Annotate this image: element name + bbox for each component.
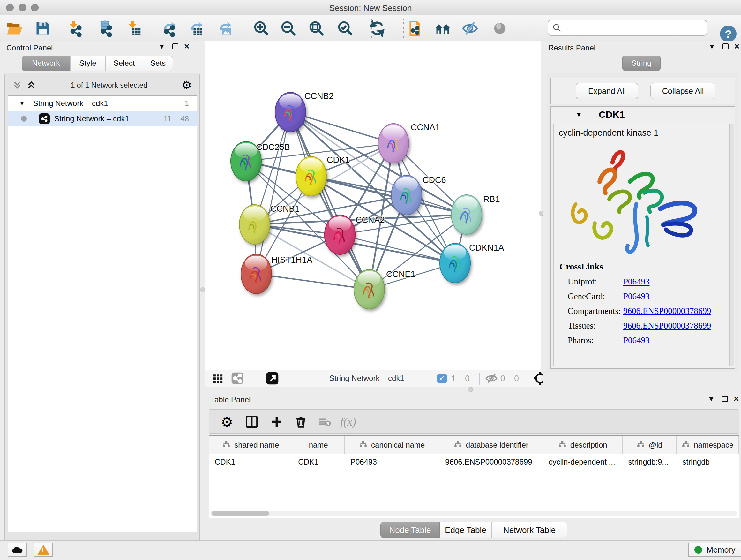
collapse-all-icon[interactable] bbox=[12, 80, 23, 91]
warning-button[interactable] bbox=[34, 543, 53, 557]
node-CCNA2[interactable] bbox=[324, 214, 355, 255]
network-row[interactable]: String Network – cdk1 11 48 bbox=[8, 111, 197, 126]
collapse-all-button[interactable]: Collapse All bbox=[650, 83, 716, 99]
node-HIST1H1A[interactable] bbox=[241, 254, 272, 294]
column-header--id[interactable]: @id bbox=[623, 436, 677, 454]
node-CCNE1[interactable] bbox=[354, 269, 385, 309]
export-table-icon[interactable] bbox=[187, 19, 205, 38]
node-RB1[interactable] bbox=[451, 194, 482, 235]
node-CDK1[interactable] bbox=[295, 156, 327, 196]
table-cell[interactable]: 9606.ENSP00000378699 bbox=[440, 454, 543, 470]
node-CDKN1A[interactable] bbox=[440, 243, 471, 283]
table-cell[interactable]: P06493 bbox=[345, 454, 440, 470]
refresh-icon[interactable] bbox=[368, 19, 387, 38]
network-options-gear-icon[interactable]: ⚙ bbox=[182, 78, 192, 92]
crosslink-link[interactable]: 9606.ENSP00000378699 bbox=[623, 321, 711, 331]
cdk1-collapse-icon[interactable]: ▼ bbox=[576, 111, 582, 118]
table-row[interactable]: CDK1CDK1P064939606.ENSP00000378699cyclin… bbox=[209, 454, 739, 470]
column-header-canonical-name[interactable]: canonical name bbox=[345, 436, 440, 454]
tab-style[interactable]: Style bbox=[70, 56, 105, 71]
node-CCNA1[interactable] bbox=[378, 123, 409, 164]
left-splitter-handle[interactable] bbox=[200, 287, 205, 293]
tab-sets[interactable]: Sets bbox=[143, 56, 173, 71]
crosslink-link[interactable]: P06493 bbox=[623, 277, 650, 287]
clipboard-network-icon[interactable] bbox=[406, 19, 424, 38]
zoom-out-icon[interactable] bbox=[279, 19, 298, 38]
column-header-namespace[interactable]: namespace bbox=[677, 436, 739, 454]
control-panel-float-icon[interactable] bbox=[172, 43, 179, 52]
results-panel-close-icon[interactable]: ✕ bbox=[734, 42, 740, 51]
delete-column-icon[interactable] bbox=[291, 412, 311, 431]
protein-thumbnail bbox=[398, 186, 415, 206]
table-hscrollbar-thumb[interactable] bbox=[212, 511, 269, 516]
sphere-icon[interactable] bbox=[490, 19, 509, 38]
column-header-description[interactable]: description bbox=[543, 436, 622, 454]
results-panel-menu-icon[interactable]: ▼ bbox=[709, 42, 716, 51]
crosslink-link[interactable]: 9606.ENSP00000378699 bbox=[623, 306, 711, 316]
search-input[interactable] bbox=[562, 23, 699, 32]
column-header-name[interactable]: name bbox=[292, 436, 345, 454]
memory-button[interactable]: Memory bbox=[688, 543, 741, 557]
selected-count: 1 – 0 bbox=[451, 374, 470, 383]
node-label-CDC6: CDC6 bbox=[422, 175, 446, 185]
node-CCNB1[interactable] bbox=[239, 204, 270, 245]
cloud-button[interactable] bbox=[8, 543, 27, 557]
crosslink-link[interactable]: P06493 bbox=[623, 292, 650, 301]
save-session-icon[interactable] bbox=[33, 19, 52, 38]
bottom-splitter-handle[interactable] bbox=[468, 387, 473, 392]
tab-edge-table[interactable]: Edge Table bbox=[440, 522, 491, 538]
control-panel-menu-icon[interactable]: ▼ bbox=[158, 42, 165, 51]
selected-checkbox[interactable]: ✓ bbox=[437, 374, 447, 383]
node-CCNB2[interactable] bbox=[275, 92, 306, 132]
column-header-shared-name[interactable]: shared name bbox=[209, 436, 292, 454]
control-panel-close-icon[interactable]: ✕ bbox=[184, 42, 190, 51]
tab-network[interactable]: Network bbox=[22, 56, 70, 71]
hide-eye-icon[interactable] bbox=[461, 19, 479, 38]
tab-select[interactable]: Select bbox=[105, 56, 143, 71]
show-columns-icon[interactable] bbox=[242, 412, 261, 431]
tab-node-table[interactable]: Node Table bbox=[381, 522, 440, 538]
crosslink-link[interactable]: P06493 bbox=[623, 335, 650, 346]
cdk1-section-title[interactable]: CDK1 bbox=[599, 109, 625, 120]
table-cell[interactable]: CDK1 bbox=[209, 454, 292, 470]
import-network-database-icon[interactable] bbox=[96, 19, 115, 38]
open-session-icon[interactable] bbox=[5, 19, 23, 38]
zoom-fit-icon[interactable] bbox=[307, 19, 326, 38]
zoom-in-icon[interactable] bbox=[252, 19, 271, 38]
collection-expand-icon[interactable]: ▼ bbox=[19, 100, 25, 107]
column-header-database-identifier[interactable]: database identifier bbox=[440, 436, 543, 454]
edge-HIST1H1A-CCNE1[interactable] bbox=[256, 274, 369, 289]
export-network-icon[interactable] bbox=[159, 19, 178, 38]
birdseye-share-icon[interactable] bbox=[231, 372, 244, 385]
table-panel-float-icon[interactable] bbox=[722, 395, 728, 404]
open-in-window-icon[interactable] bbox=[266, 372, 279, 385]
network-collection-row[interactable]: ▼ String Network – cdk1 1 bbox=[8, 96, 197, 111]
table-cell[interactable]: cyclin-dependent ... bbox=[543, 454, 622, 470]
network-canvas[interactable]: CCNB2CCNA1CDC25BCDK1CDC6RB1CCNB1CCNA2CDK… bbox=[205, 41, 541, 370]
tab-network-table[interactable]: Network Table bbox=[491, 522, 567, 538]
export-image-icon[interactable] bbox=[215, 19, 234, 38]
import-table-file-icon[interactable] bbox=[125, 19, 144, 38]
grid-view-icon[interactable] bbox=[212, 373, 223, 384]
results-panel-float-icon[interactable] bbox=[723, 43, 729, 52]
expand-all-button[interactable]: Expand All bbox=[576, 83, 638, 99]
results-scrollbar[interactable] bbox=[730, 124, 734, 366]
results-panel: Results Panel ▼ ✕ String Expand All Coll… bbox=[542, 41, 741, 393]
create-column-icon[interactable] bbox=[267, 412, 286, 431]
table-panel-close-icon[interactable]: ✕ bbox=[733, 395, 739, 403]
table-options-gear-icon[interactable]: ⚙ bbox=[217, 412, 237, 431]
help-button[interactable]: ? bbox=[720, 25, 737, 42]
table-cell[interactable]: stringdb:9... bbox=[623, 454, 677, 470]
node-CDC6[interactable] bbox=[391, 175, 422, 215]
table-cell[interactable]: stringdb bbox=[677, 454, 739, 470]
zoom-selected-icon[interactable] bbox=[336, 19, 354, 38]
edge-HIST1H1A-CCNB2[interactable] bbox=[256, 112, 290, 274]
delete-table-icon[interactable] bbox=[315, 412, 334, 431]
tab-string[interactable]: String bbox=[622, 56, 661, 71]
hidden-eye-icon[interactable] bbox=[485, 372, 498, 385]
home-network-icon[interactable] bbox=[433, 19, 452, 38]
table-panel-menu-icon[interactable]: ▼ bbox=[708, 395, 715, 403]
table-cell[interactable]: CDK1 bbox=[292, 454, 345, 470]
search-field[interactable] bbox=[548, 20, 707, 36]
expand-all-icon[interactable] bbox=[26, 80, 37, 91]
